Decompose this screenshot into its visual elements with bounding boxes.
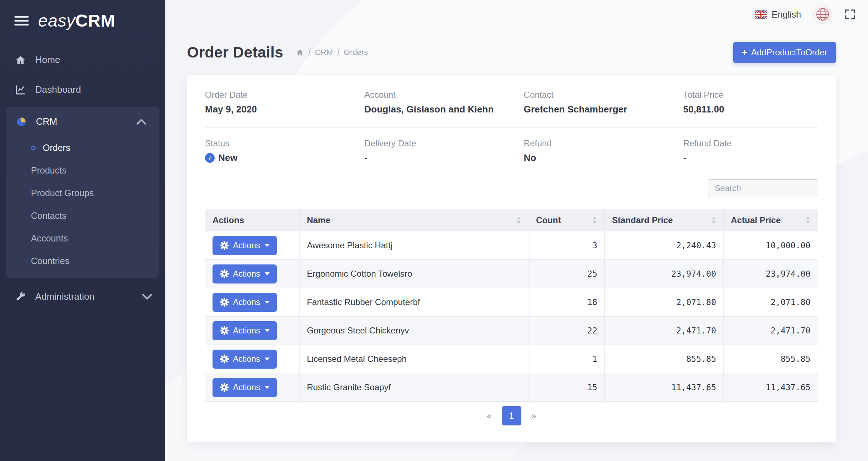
row-actions-button[interactable]: Actions: [213, 264, 277, 283]
sidebar-subitem-label: Orders: [43, 143, 70, 153]
actions-button-label: Actions: [233, 326, 260, 336]
product-name-cell: Awesome Plastic Hattj: [300, 231, 529, 260]
field-value: -: [364, 152, 524, 163]
field-label: Total Price: [683, 90, 818, 100]
sidebar: easyCRM Home Dashboard: [0, 0, 165, 461]
language-selector[interactable]: English: [755, 9, 801, 20]
fullscreen-icon: [844, 9, 856, 20]
pagination-prev-button[interactable]: «: [480, 406, 499, 425]
field-value: No: [524, 152, 683, 163]
header-name[interactable]: Name: [300, 209, 529, 231]
sidebar-item-orders[interactable]: Orders: [6, 137, 159, 159]
user-avatar[interactable]: [813, 5, 832, 24]
brand-logo[interactable]: easyCRM: [38, 11, 115, 31]
product-name-cell: Ergonomic Cotton Towelsro: [300, 260, 529, 288]
table-row: Actions Fantastic Rubber Computerbf 18 2…: [205, 288, 818, 317]
sidebar-item-dashboard[interactable]: Dashboard: [0, 75, 165, 105]
uk-flag-icon: [755, 10, 767, 19]
row-actions-button[interactable]: Actions: [213, 321, 277, 340]
field-refund: Refund No: [524, 138, 683, 163]
count-cell: 15: [529, 373, 604, 402]
add-product-to-order-button[interactable]: + AddProductToOrder: [733, 42, 836, 63]
product-name-cell: Fantastic Rubber Computerbf: [300, 288, 529, 317]
header-count[interactable]: Count: [529, 209, 604, 231]
actual-price-cell: 10,000.00: [723, 231, 818, 260]
field-value: 50,811.00: [683, 104, 818, 115]
add-button-label: AddProductToOrder: [751, 47, 827, 57]
table-row: Actions Ergonomic Cotton Towelsro 25 23,…: [205, 260, 818, 288]
topbar: English: [165, 0, 868, 29]
table-row: Actions Licensed Metal Cheeseph 1 855.85…: [205, 345, 818, 373]
field-label: Delivery Date: [364, 138, 524, 148]
active-bullet-icon: [31, 146, 36, 150]
header-label: Actions: [213, 215, 244, 225]
breadcrumb-crm[interactable]: CRM: [315, 48, 333, 57]
caret-down-icon: [265, 301, 270, 304]
gear-icon: [220, 298, 229, 307]
row-actions-button[interactable]: Actions: [213, 236, 277, 255]
row-actions-button[interactable]: Actions: [213, 293, 277, 312]
header-actual-price[interactable]: Actual Price: [723, 209, 818, 231]
field-delivery-date: Delivery Date -: [364, 138, 524, 163]
field-label: Status: [205, 138, 364, 148]
actions-cell: Actions: [205, 345, 300, 373]
row-actions-button[interactable]: Actions: [213, 378, 277, 397]
chevron-down-icon: [142, 291, 152, 302]
caret-down-icon: [265, 272, 270, 275]
sidebar-item-product-groups[interactable]: Product Groups: [6, 182, 159, 204]
fullscreen-button[interactable]: [844, 9, 856, 20]
count-cell: 1: [529, 345, 604, 373]
details-row-1: Order Date May 9, 2020 Account Douglas, …: [205, 90, 818, 115]
sidebar-item-contacts[interactable]: Contacts: [6, 204, 159, 227]
standard-price-cell: 23,974.00: [604, 260, 723, 288]
order-details-card: Order Date May 9, 2020 Account Douglas, …: [187, 75, 836, 442]
sidebar-item-crm[interactable]: CRM: [6, 107, 159, 137]
field-value: May 9, 2020: [205, 104, 364, 115]
search-input[interactable]: [708, 179, 818, 197]
breadcrumb: / CRM / Orders: [296, 48, 368, 57]
order-products-table: Actions Name Count Standard Price Actual…: [205, 209, 818, 402]
logo-row: easyCRM: [0, 0, 165, 40]
count-cell: 22: [529, 317, 604, 345]
actions-button-label: Actions: [233, 383, 260, 392]
sidebar-item-countries[interactable]: Countries: [6, 250, 159, 272]
product-name-cell: Rustic Granite Soapyf: [300, 373, 529, 402]
sort-icon: [805, 217, 810, 224]
sidebar-item-administration[interactable]: Administration: [0, 282, 165, 312]
field-order-date: Order Date May 9, 2020: [205, 90, 364, 115]
actions-cell: Actions: [205, 288, 300, 317]
actions-cell: Actions: [205, 373, 300, 402]
sidebar-item-home[interactable]: Home: [0, 45, 165, 75]
caret-down-icon: [265, 329, 270, 332]
menu-toggle-icon[interactable]: [14, 15, 29, 27]
actions-button-label: Actions: [233, 354, 260, 364]
count-cell: 18: [529, 288, 604, 317]
standard-price-cell: 2,240.43: [604, 231, 723, 260]
gear-icon: [220, 269, 229, 278]
gear-icon: [220, 326, 229, 335]
field-status: Status i New: [205, 138, 364, 163]
pagination-next-button[interactable]: »: [524, 406, 544, 425]
sidebar-subitem-label: Countries: [31, 256, 69, 266]
home-icon[interactable]: [296, 49, 304, 56]
breadcrumb-orders[interactable]: Orders: [344, 48, 368, 57]
header-label: Count: [536, 215, 561, 225]
chevron-up-icon: [136, 116, 147, 127]
count-cell: 3: [529, 231, 604, 260]
sidebar-nav: Home Dashboard CRM Orders: [0, 45, 165, 312]
breadcrumb-separator: /: [309, 48, 311, 57]
info-icon[interactable]: i: [205, 153, 215, 163]
sidebar-item-label: Home: [35, 54, 60, 65]
header-label: Standard Price: [612, 215, 673, 225]
pie-chart-icon: [16, 116, 27, 127]
gear-icon: [220, 354, 229, 364]
table-row: Actions Rustic Granite Soapyf 15 11,437.…: [205, 373, 818, 402]
main-area: English Order Details: [165, 0, 868, 461]
header-standard-price[interactable]: Standard Price: [604, 209, 723, 231]
row-actions-button[interactable]: Actions: [213, 350, 277, 369]
field-label: Order Date: [205, 90, 364, 100]
sidebar-item-accounts[interactable]: Accounts: [6, 227, 159, 250]
pagination-page-1-button[interactable]: 1: [502, 406, 521, 425]
sidebar-item-products[interactable]: Products: [6, 159, 159, 182]
sidebar-item-label: Dashboard: [35, 84, 81, 95]
